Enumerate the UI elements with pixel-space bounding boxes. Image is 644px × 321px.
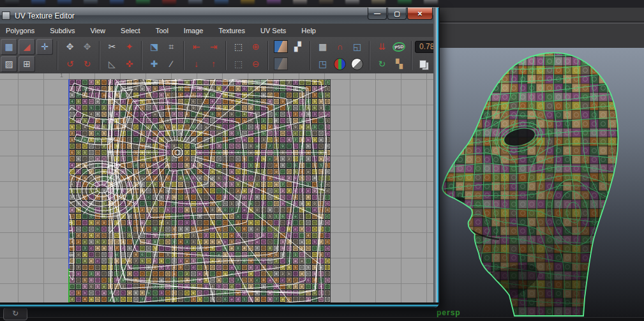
unfold-uvs[interactable]: ✥ (62, 39, 78, 54)
isolate-select-view[interactable]: ⬚ (230, 39, 246, 54)
shelf-icon (31, 0, 45, 6)
shelf-icon (5, 0, 19, 6)
toolbar-group-layout: ⬔⌗✚∕ (146, 39, 179, 71)
rgb-channels-icon (334, 58, 346, 70)
toggle-filtered-image[interactable]: ▞ (290, 39, 306, 54)
menu-view[interactable]: View (82, 27, 113, 34)
align-max-u-icon: ⇥ (210, 42, 218, 51)
menu-tool[interactable]: Tool (148, 27, 176, 34)
uv-smear-tool[interactable]: ◢ (19, 39, 35, 55)
shelf-icon (214, 0, 228, 6)
uv-texture-editor-window: UV Texture Editor —▢✕ PolygonsSubdivsVie… (0, 7, 439, 308)
pixel-snap-magnet-icon: ∩ (336, 42, 343, 51)
toolbar-group-baking: ⇊PSD↻▚ (374, 39, 407, 71)
display-image-toggle[interactable] (273, 39, 288, 54)
unfold-uvs-options-icon: ✥ (84, 42, 91, 51)
minimize-button[interactable]: — (368, 8, 387, 20)
window-right-border (433, 8, 439, 308)
split-uvs[interactable]: ◺ (104, 56, 120, 71)
uv-smear-tool-icon: ◢ (24, 42, 31, 51)
refresh-icon: ↻ (12, 309, 19, 318)
rotate-uvs-cw[interactable]: ↻ (79, 56, 95, 71)
use-image-ratio[interactable]: ▚ (391, 56, 407, 71)
pixel-grid-toggle[interactable]: ▦ (315, 39, 331, 54)
isolate-select-add[interactable]: ⊕ (248, 39, 264, 54)
uv-lattice-grab-tool-icon: ⊞ (23, 59, 31, 68)
unfold-uvs-icon: ✥ (66, 42, 74, 51)
uv-smudge-tool[interactable]: ▨ (1, 56, 17, 72)
pixel-snap-magnet[interactable]: ∩ (332, 39, 348, 54)
menu-uv-sets[interactable]: UV Sets (253, 27, 294, 34)
toolbar-group-cut-sew: ✂✦◺✜ (104, 39, 137, 71)
align-min-v[interactable]: ↓ (188, 56, 204, 71)
grid-uvs[interactable]: ⌗ (163, 39, 179, 54)
psd-icon: PSD (392, 41, 406, 52)
shelf-icon (110, 0, 124, 6)
update-psd-networks[interactable]: PSD (391, 39, 407, 54)
move-uv-shell-tool[interactable]: ✛ (36, 39, 53, 55)
shelf-icon (398, 0, 412, 6)
overlap-display[interactable]: ◱ (349, 39, 365, 54)
window-title: UV Texture Editor (15, 11, 75, 20)
cut-uv-edges-icon: ✂ (109, 42, 116, 51)
align-uvs-icon: ∕ (170, 59, 172, 68)
align-max-v[interactable]: ↑ (206, 56, 221, 71)
menu-polygons[interactable]: Polygons (0, 27, 42, 34)
toolbar-separator (99, 41, 100, 70)
copy-icon (419, 60, 426, 68)
refresh-button[interactable]: ↻ (3, 308, 27, 320)
align-uvs[interactable]: ∕ (163, 56, 179, 71)
layout-uvs[interactable]: ⬔ (146, 39, 162, 54)
uv-lattice-grab-tool[interactable]: ⊞ (19, 56, 35, 72)
align-min-v-icon: ↓ (194, 59, 198, 68)
uv-lattice-tool-icon: ▦ (4, 42, 13, 51)
isolate-select-toggle[interactable]: ⬚ (230, 56, 246, 71)
dim-image-toggle[interactable] (273, 56, 288, 71)
menu-image[interactable]: Image (176, 27, 211, 34)
align-max-u[interactable]: ⇥ (206, 39, 221, 54)
align-max-v-icon: ↑ (211, 59, 216, 68)
window-bottom-border (0, 302, 439, 308)
rotate-uvs-ccw[interactable]: ↺ (62, 56, 78, 71)
menu-select[interactable]: Select (113, 27, 148, 34)
refresh-uv-texture[interactable]: ↻ (374, 56, 390, 71)
move-uv-shell-tool-icon: ✛ (41, 42, 49, 51)
menu-help[interactable]: Help (294, 27, 324, 34)
rotate-uvs-ccw-icon: ↺ (66, 59, 74, 68)
bake-texture[interactable]: ⇊ (374, 39, 390, 54)
close-button[interactable]: ✕ (407, 8, 433, 20)
unfold-uvs-options[interactable]: ✥ (79, 39, 95, 54)
maximize-button[interactable]: ▢ (387, 8, 407, 20)
shelf-icon (371, 0, 386, 6)
display-rgb-channels[interactable] (332, 56, 348, 71)
cut-uv-edges[interactable]: ✂ (104, 39, 120, 54)
pixel-grid-toggle-icon: ▦ (318, 42, 327, 51)
shell-border-display[interactable]: ◳ (315, 56, 331, 71)
split-uvs-icon: ◺ (109, 59, 116, 68)
toolbar-group-image-display: ▞ (273, 39, 306, 71)
refresh-uv-texture-icon: ↻ (378, 59, 386, 68)
menu-bar: PolygonsSubdivsViewSelectToolImageTextur… (0, 24, 433, 38)
toolbar-group-texture-display: ▦∩◱◳ (315, 39, 365, 71)
layout-uvs-icon: ⬔ (150, 42, 158, 51)
uv-canvas[interactable] (0, 73, 433, 302)
window-controls: —▢✕ (367, 8, 433, 20)
shelf-icon (345, 0, 359, 6)
shelf-icon (57, 0, 71, 6)
menu-textures[interactable]: Textures (211, 27, 253, 34)
camera-label: persp (437, 308, 461, 317)
sew-uv-edges[interactable]: ✦ (121, 39, 137, 54)
display-alpha-channel[interactable] (349, 56, 365, 71)
shelf-icon (319, 0, 333, 6)
menu-subdivs[interactable]: Subdivs (42, 27, 82, 34)
uv-lattice-tool[interactable]: ▦ (1, 39, 17, 55)
isolate-select-remove[interactable]: ⊖ (248, 56, 264, 71)
uv-canvas-area: 1 (0, 73, 433, 302)
align-min-u[interactable]: ⇤ (188, 39, 204, 54)
move-and-sew-uv-edges[interactable]: ✜ (121, 56, 137, 71)
relax-uvs[interactable]: ✚ (146, 56, 162, 71)
isolate-select-view-icon: ⬚ (234, 42, 243, 51)
toolbar-separator (57, 41, 58, 70)
copy-uvs[interactable] (415, 56, 431, 71)
toolbar-separator (267, 41, 269, 70)
